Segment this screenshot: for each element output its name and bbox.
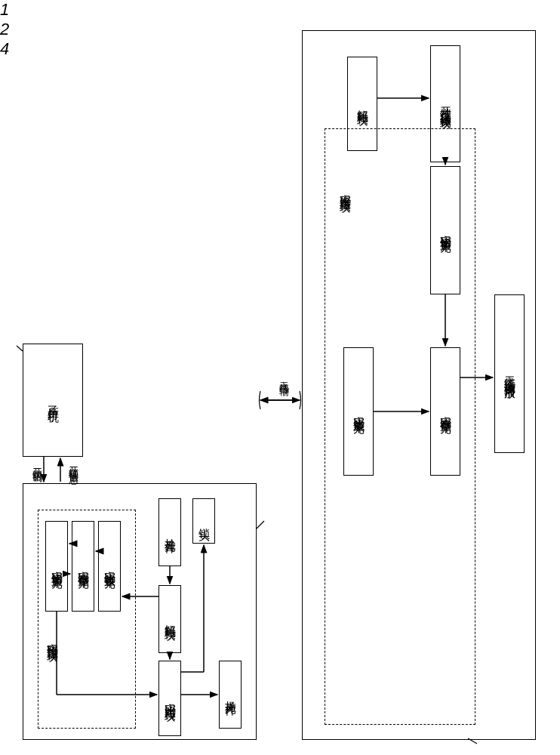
pwd-preset-module-label: 密码预设模块 xyxy=(45,634,60,643)
right-pwd-store-label: 密码存储单元 xyxy=(438,407,453,416)
svg-line-20 xyxy=(17,346,23,351)
speaker-label: 扬声元件 xyxy=(223,692,238,698)
unlock-confirm-info-label: 开锁确认信息 xyxy=(66,459,80,468)
speaker-element: 扬声元件 xyxy=(219,661,242,729)
right-decode: 解码模块 xyxy=(347,57,377,151)
svg-line-21 xyxy=(257,521,264,528)
pwd-compare-label: 密码比对模块 xyxy=(163,694,177,703)
left-pwd-store-label: 密码存储单元 xyxy=(76,562,91,571)
pickup-element: 拾音元件 xyxy=(158,498,181,566)
left-pwd-store: 密码存储单元 xyxy=(72,521,94,612)
right-pwd-switch-label: 密码切换单元 xyxy=(438,226,453,235)
left-decode: 解码模块 xyxy=(158,585,181,653)
left-pwd-switch: 密码切换单元 xyxy=(45,521,68,612)
phone-box: 乙所持手机 xyxy=(23,344,83,457)
pwd-receive-label: 密码接收单元 xyxy=(103,562,117,571)
unlock-confirm-module: 开锁信息确认模块 xyxy=(430,45,460,162)
pwd-send-module-label: 密码发送模块 xyxy=(338,185,352,194)
lock-label: 锁头 xyxy=(197,519,211,522)
pwd-compare: 密码比对模块 xyxy=(158,661,181,736)
figure-1-label: 1 xyxy=(0,0,560,20)
transmission-label: 无线传输 xyxy=(277,374,291,380)
unlock-password-label: 开锁密码 xyxy=(30,461,44,467)
pwd-generate: 密码生成单元 xyxy=(343,347,374,476)
pickup-label: 拾音元件 xyxy=(163,529,177,535)
left-decode-label: 解码模块 xyxy=(163,616,177,622)
phone-label: 乙所持手机 xyxy=(46,396,60,404)
right-decode-label: 解码模块 xyxy=(355,101,370,107)
lock-head: 锁头 xyxy=(192,498,215,544)
wireless-output: 无线输出或扬声播放 xyxy=(494,294,525,453)
right-pwd-store: 密码存储单元 xyxy=(430,347,460,476)
pwd-receive: 密码接收单元 xyxy=(98,521,121,612)
pwd-generate-label: 密码生成单元 xyxy=(352,407,366,416)
unlock-confirm-label: 开锁信息确认模块 xyxy=(438,98,453,110)
wireless-output-label: 无线输出或扬声播放 xyxy=(503,367,517,381)
right-pwd-switch: 密码切换单元 xyxy=(430,166,460,294)
left-pwd-switch-label: 密码切换单元 xyxy=(50,562,64,571)
